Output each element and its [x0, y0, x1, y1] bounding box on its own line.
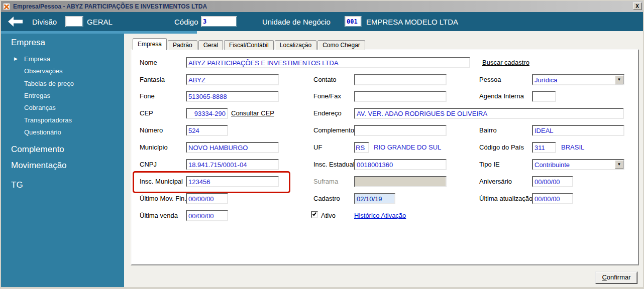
ultimo-mov-fin-input[interactable] [186, 193, 228, 204]
agenda-interna-input[interactable] [532, 91, 556, 102]
cadastro-input[interactable] [354, 193, 395, 204]
ultima-atualizacao-input[interactable] [532, 193, 573, 204]
pessoa-select[interactable]: Jurídica ▼ [532, 74, 624, 85]
division-label: Divisão [32, 18, 57, 26]
aniversario-input[interactable] [532, 176, 573, 187]
tab-bar: Empresa Padrão Geral Fiscal/Contábil Loc… [133, 38, 366, 50]
sidebar-item-empresa[interactable]: Empresa [24, 55, 50, 63]
confirmar-button[interactable]: Confirmar [595, 271, 637, 284]
app-window: Empresa/Pessoa - ABYZ PARTICIPAÇÕES E IN… [0, 0, 644, 289]
pessoa-label: Pessoa [479, 76, 501, 83]
division-code-input[interactable] [65, 16, 83, 27]
complemento-label: Complemento [313, 126, 354, 134]
cep-label: CEP [140, 109, 153, 117]
ultima-atualizacao-label: Última atualização [479, 195, 532, 202]
sidebar-item-observacoes[interactable]: Observações [24, 67, 63, 75]
municipio-label: Município [140, 143, 168, 151]
fone-label: Fone [140, 92, 155, 100]
bairro-label: Bairro [479, 126, 497, 134]
cadastro-label: Cadastro [313, 195, 340, 202]
sidebar-section-movimentacao[interactable]: Movimentação [11, 161, 67, 171]
codigo-pais-label: Código do País [479, 143, 524, 151]
cep-input[interactable] [186, 108, 228, 119]
cnpj-label: CNPJ [140, 161, 157, 168]
nome-input[interactable] [186, 57, 470, 68]
window-title: Empresa/Pessoa - ABYZ PARTICIPAÇÕES E IN… [13, 3, 207, 10]
tab-geral[interactable]: Geral [198, 40, 223, 50]
code-input[interactable] [201, 16, 237, 27]
ultimo-mov-fin-label: Último Mov. Fin. [140, 195, 186, 202]
sidebar-item-tabelas-de-preco[interactable]: Tabelas de preço [24, 80, 74, 87]
fantasia-label: Fantasia [140, 76, 165, 83]
business-unit-code-input[interactable] [345, 16, 362, 27]
pessoa-value: Jurídica [533, 76, 615, 84]
cnpj-input[interactable] [186, 159, 279, 170]
endereco-label: Endereço [313, 109, 342, 117]
buscar-cadastro-link[interactable]: Buscar cadastro [482, 59, 529, 66]
uf-name: RIO GRANDE DO SUL [374, 143, 441, 151]
agenda-interna-label: Agenda Interna [479, 92, 524, 100]
confirmar-button-label: Confirmar [596, 272, 637, 283]
consultar-cep-link[interactable]: Consultar CEP [231, 109, 274, 117]
fone-input[interactable] [186, 91, 279, 102]
fone-fax-label: Fone/Fax [313, 92, 341, 100]
insc-municipal-label: Insc. Municipal [140, 178, 183, 185]
contato-label: Contato [313, 76, 337, 83]
tab-como-chegar[interactable]: Como Chegar [317, 40, 365, 50]
uf-input[interactable] [354, 142, 369, 153]
numero-label: Número [140, 126, 163, 134]
endereco-input[interactable] [354, 108, 624, 119]
nome-label: Nome [140, 59, 157, 66]
suframa-input [354, 176, 447, 187]
complemento-input[interactable] [354, 125, 447, 136]
bairro-input[interactable] [532, 125, 624, 136]
sidebar: Empresa ▶ Empresa Observações Tabelas de… [1, 34, 124, 287]
sidebar-section-complemento[interactable]: Complemento [11, 144, 64, 155]
tipo-ie-value: Contribuinte [533, 161, 615, 169]
title-bar: Empresa/Pessoa - ABYZ PARTICIPAÇÕES E IN… [1, 1, 643, 12]
close-icon[interactable]: X [633, 3, 641, 10]
ativo-label: Ativo [321, 212, 336, 219]
fone-fax-input[interactable] [354, 91, 447, 102]
app-icon [3, 3, 10, 10]
sidebar-section-tg[interactable]: TG [11, 180, 23, 190]
ultima-venda-input[interactable] [186, 210, 228, 221]
fantasia-input[interactable] [186, 74, 279, 85]
business-unit-label: Unidade de Negócio [262, 18, 331, 26]
selected-item-arrow-icon: ▶ [14, 56, 18, 61]
window-bottom-edge [1, 287, 643, 289]
tab-localizacao[interactable]: Localização [275, 40, 316, 50]
suframa-label: Suframa [313, 178, 338, 185]
sidebar-item-cobrancas[interactable]: Cobranças [24, 104, 56, 111]
back-button[interactable] [7, 16, 23, 27]
tipo-ie-select[interactable]: Contribuinte ▼ [532, 159, 624, 170]
insc-municipal-input[interactable] [186, 176, 279, 187]
ultima-venda-label: Última venda [140, 212, 178, 219]
business-unit-name: EMPRESA MODELO LTDA [366, 18, 458, 26]
tab-fiscal-contabil[interactable]: Fiscal/Contábil [224, 40, 274, 50]
sidebar-item-entregas[interactable]: Entregas [24, 92, 50, 99]
tab-empresa[interactable]: Empresa [133, 38, 167, 50]
insc-estadual-input[interactable] [354, 159, 447, 170]
codigo-pais-name: BRASIL [561, 143, 584, 151]
historico-ativacao-link[interactable]: Histórico Ativação [354, 212, 406, 219]
code-label: Código [174, 18, 198, 26]
sidebar-item-transportadoras[interactable]: Transportadoras [24, 116, 72, 124]
division-name: GERAL [87, 18, 113, 26]
municipio-input[interactable] [186, 142, 279, 153]
tab-padrao[interactable]: Padrão [168, 40, 197, 50]
sidebar-item-questionario[interactable]: Questionário [24, 128, 61, 136]
insc-estadual-label: Insc. Estadual [313, 161, 355, 168]
contato-input[interactable] [354, 74, 447, 85]
chevron-down-icon[interactable]: ▼ [615, 75, 623, 84]
toolbar: Divisão GERAL Código Unidade de Negócio … [1, 12, 643, 31]
back-arrow-icon [7, 16, 23, 27]
aniversario-label: Aniversário [479, 178, 512, 185]
sidebar-section-empresa[interactable]: Empresa [11, 38, 45, 48]
codigo-pais-input[interactable] [532, 142, 556, 153]
uf-label: UF [313, 143, 322, 151]
ativo-checkbox[interactable] [311, 211, 318, 218]
numero-input[interactable] [186, 125, 228, 136]
check-icon [312, 212, 316, 216]
chevron-down-icon[interactable]: ▼ [615, 160, 623, 169]
